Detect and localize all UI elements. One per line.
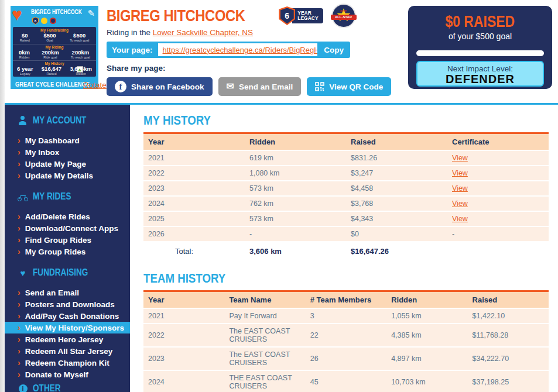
my-history-title: MY HISTORY	[143, 113, 549, 126]
sidebar: MY ACCOUNT›My Dashboard›My Inbox›Update …	[5, 105, 130, 392]
chevron-right-icon: ›	[18, 346, 20, 356]
sidebar-item-redeem-hero-jersey[interactable]: ›Redeem Hero Jersey	[5, 333, 130, 345]
sidebar-heading-my-rides: MY RIDES	[5, 191, 130, 202]
sidebar-item-my-inbox[interactable]: ›My Inbox	[5, 146, 130, 158]
table-total-row: Total:3,606 km$16,647.26	[143, 242, 549, 262]
chapter-link[interactable]: Lower Sackville Chapter, NS	[153, 28, 253, 37]
copy-button[interactable]: Copy	[317, 46, 350, 54]
fundraising-summary-panel: $0 RAISED of your $500 goal Next Impact …	[408, 6, 552, 89]
sidebar-heading-my-account: MY ACCOUNT	[5, 115, 130, 126]
table-row: 2023The EAST COAST CRUISERS264,897 km$34…	[143, 348, 549, 371]
sidebar-item-find-group-rides[interactable]: ›Find Group Rides	[5, 234, 130, 246]
column-header: Ridden	[245, 134, 346, 151]
next-impact-level-value: DEFENDER	[417, 73, 543, 85]
card-badges: 6	[32, 17, 56, 25]
chevron-right-icon: ›	[18, 300, 20, 309]
sidebar-item-update-my-page[interactable]: ›Update My Page	[5, 158, 130, 170]
profile-card-image: ♥ BIGREG HITCHCOCK 6 ✎ My Fundraising$0R…	[11, 6, 98, 89]
chevron-right-icon: ›	[18, 159, 20, 169]
next-impact-level-label: Next Impact Level:	[417, 64, 543, 73]
broken-image-icon	[77, 66, 83, 73]
column-header: # Team Members	[306, 292, 386, 309]
card-stats-panel: My Fundraising$0Raised$500Goal$500To rea…	[13, 27, 96, 77]
sidebar-item-my-group-rides[interactable]: ›My Group Rides	[5, 246, 130, 257]
column-header: Team Name	[224, 292, 305, 309]
view-qr-code-button[interactable]: View QR Code	[307, 77, 391, 96]
card-legacy-badge-icon: 6	[32, 17, 39, 25]
sidebar-item-add-pay-cash-donations[interactable]: ›Add/Pay Cash Donations	[5, 310, 130, 322]
sidebar-item-donate-to-myself[interactable]: ›Donate to Myself	[5, 369, 130, 380]
page-url-field: https://greatcyclechallenge.ca/Riders/Bi…	[158, 43, 318, 56]
my-history-table: YearRiddenRaisedCertificate2021619 km$83…	[143, 132, 549, 262]
certificate-view-link[interactable]: View	[452, 215, 468, 223]
sidebar-item-posters-and-downloads[interactable]: ›Posters and Downloads	[5, 298, 130, 310]
chevron-right-icon: ›	[18, 212, 20, 221]
share-on-facebook-button[interactable]: f Share on Facebook	[107, 77, 213, 96]
chevron-right-icon: ›	[18, 136, 20, 145]
sidebar-item-view-my-history-sponsors[interactable]: ›View My History/Sponsors	[5, 322, 130, 333]
chevron-right-icon: ›	[18, 288, 20, 297]
team-history-table: YearTeam Name# Team MembersRiddenRaised2…	[143, 290, 549, 392]
table-row: 2021Pay It Forward31,055 km$1,422.10	[143, 309, 549, 324]
page-url-link[interactable]: https://greatcyclechallenge.ca/Riders/Bi…	[163, 46, 318, 54]
sidebar-item-my-dashboard[interactable]: ›My Dashboard	[5, 135, 130, 146]
chevron-right-icon: ›	[18, 235, 20, 245]
user-icon	[18, 116, 28, 125]
sidebar-heading-other: iOTHER	[5, 383, 130, 392]
table-row: 2026-$0-	[143, 227, 549, 242]
card-rider-name: BIGREG HITCHCOCK	[31, 9, 82, 15]
card-stat-section: My Fundraising$0Raised$500Goal$500To rea…	[13, 27, 96, 43]
table-row: 2024762 km$3,768View	[143, 197, 549, 212]
your-page-bar: Your page: https://greatcyclechallenge.c…	[107, 42, 350, 58]
sidebar-item-send-an-email[interactable]: ›Send an Email	[5, 287, 130, 298]
card-champion-badge-icon	[50, 18, 56, 24]
heart-icon: ♥	[20, 268, 26, 278]
main-content: MY HISTORY YearRiddenRaisedCertificate20…	[143, 105, 549, 392]
edit-pencil-icon[interactable]: ✎	[87, 8, 95, 19]
sidebar-item-redeem-all-star-jersey[interactable]: ›Redeem All Star Jersey	[5, 345, 130, 357]
certificate-view-link[interactable]: View	[452, 169, 468, 177]
column-header: Raised	[346, 134, 447, 151]
table-row: 2022The EAST COAST CRUISERS224,385 km$11…	[143, 324, 549, 348]
sidebar-item-download-connect-apps[interactable]: ›Download/Connect Apps	[5, 222, 130, 234]
certificate-view-link[interactable]: View	[452, 154, 468, 162]
rotate-link[interactable]: Rotate	[83, 81, 107, 90]
chevron-right-icon: ›	[18, 147, 20, 157]
bike-icon	[18, 192, 28, 201]
table-row: 2023573 km$4,458View	[143, 181, 549, 197]
chevron-right-icon: ›	[18, 358, 20, 367]
certificate-view-link[interactable]: View	[452, 200, 468, 208]
goal-text: of your $500 goal	[408, 32, 552, 41]
facebook-icon: f	[115, 81, 126, 92]
heart-badge-icon: ♥	[12, 6, 22, 23]
certificate-view-link[interactable]: View	[452, 184, 468, 192]
qr-code-icon	[315, 82, 324, 91]
card-stat-section: My Riding0kmRidden200kmRide goal200kmTo …	[13, 44, 96, 60]
info-icon: i	[19, 384, 28, 392]
table-row: 2025573 km$4,343View	[143, 212, 549, 227]
chevron-right-icon: ›	[18, 223, 20, 233]
column-header: Year	[143, 134, 245, 151]
chevron-right-icon: ›	[18, 247, 20, 256]
card-stat-section: My History6 yearLegacy$16,647Raised3,606…	[13, 60, 96, 76]
column-header: Ridden	[386, 292, 467, 309]
six-year-legacy-badge: 6 YEARLEGACY	[279, 6, 323, 25]
table-row: 2021619 km$831.26View	[143, 151, 549, 166]
sidebar-heading-fundraising: ♥FUNDRAISING	[5, 267, 130, 278]
column-header: Certificate	[447, 134, 549, 151]
column-header: Year	[143, 292, 224, 309]
your-page-label: Your page:	[107, 46, 158, 54]
sidebar-item-add-delete-rides[interactable]: ›Add/Delete Rides	[5, 211, 130, 222]
table-row: 20221,080 km$3,247View	[143, 166, 549, 181]
chevron-right-icon: ›	[18, 335, 20, 344]
chevron-right-icon: ›	[18, 323, 20, 332]
envelope-icon: ✉	[227, 82, 234, 91]
riding-line: Riding in the Lower Sackville Chapter, N…	[107, 28, 411, 37]
card-allstar-badge-icon	[41, 18, 47, 24]
share-my-page-label: Share my page:	[107, 64, 411, 73]
sidebar-item-redeem-champion-kit[interactable]: ›Redeem Champion Kit	[5, 357, 130, 369]
send-an-email-button[interactable]: ✉ Send an Email	[218, 77, 302, 96]
sidebar-item-update-my-details[interactable]: ›Update My Details	[5, 170, 130, 181]
progress-bar	[416, 50, 544, 56]
raised-amount: $0 RAISED	[446, 13, 515, 31]
